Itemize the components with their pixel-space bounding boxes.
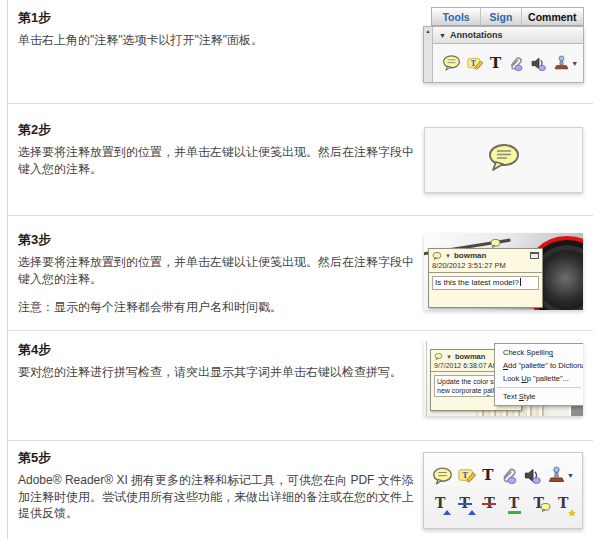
annotations-panel: ▲ ▼ Annotations xyxy=(423,26,584,83)
menu-item-look-up[interactable]: Look Up "pallette"... xyxy=(495,372,583,385)
step-2-title: 第2步 xyxy=(18,121,414,139)
add-text-icon[interactable]: T xyxy=(482,468,493,483)
acrobat-tab-bar: Tools Sign Comment xyxy=(431,7,584,26)
annotation-toolbar: T T xyxy=(432,466,574,485)
menu-item-add-to-dictionary[interactable]: Add "pallette" to Dictionary xyxy=(495,359,583,372)
step-3-section: 第3步 选择要将注释放置到的位置，并单击左键以让便笺出现。然后在注释字段中键入您… xyxy=(18,231,414,316)
note-options-arrow[interactable]: ▼ xyxy=(445,253,451,259)
sticky-note-icon[interactable] xyxy=(442,55,461,71)
sticky-note-icon[interactable] xyxy=(432,467,453,485)
add-text-icon[interactable]: T xyxy=(490,56,501,71)
step-5-title: 第5步 xyxy=(18,449,414,467)
strikethrough-text-icon[interactable]: T xyxy=(481,496,500,515)
insert-text-icon[interactable]: T xyxy=(432,496,451,515)
stamp-dropdown-arrow: ▼ xyxy=(567,472,574,479)
tab-sign[interactable]: Sign xyxy=(481,8,521,25)
tab-tools[interactable]: Tools xyxy=(432,8,481,25)
chevron-down-icon: ▼ xyxy=(439,32,446,39)
sticky-note-screenshot xyxy=(424,127,583,193)
annotation-toolbar: T T xyxy=(433,44,583,82)
step-3-note: 注意：显示的每个注释都会带有用户名和时间戳。 xyxy=(18,299,414,316)
menu-item-check-spelling[interactable]: Check Spelling xyxy=(495,346,583,359)
section-divider xyxy=(8,103,593,104)
step-1-section: 第1步 单击右上角的"注释"选项卡以打开"注释"面板。 xyxy=(18,9,414,49)
step-5-section: 第5步 Adobe® Reader® XI 拥有更多的注释和标记工具，可供您在向… xyxy=(18,449,414,522)
text-markup-toolbar: T T T T T T★ xyxy=(432,496,574,515)
add-stamp-icon[interactable]: ▼ xyxy=(553,55,578,72)
step-5-body: Adobe® Reader® XI 拥有更多的注释和标记工具，可供您在向 PDF… xyxy=(18,472,414,522)
add-stamp-icon[interactable]: ▼ xyxy=(547,466,574,485)
note-text-input[interactable]: Is this the latest model? xyxy=(432,276,539,290)
sticky-note-icon[interactable] xyxy=(486,143,522,177)
step-4-title: 第4步 xyxy=(18,341,414,359)
minimize-icon[interactable] xyxy=(530,252,539,259)
section-divider xyxy=(8,440,593,441)
record-audio-icon[interactable] xyxy=(530,55,547,72)
tab-comment[interactable]: Comment xyxy=(522,8,583,25)
comment-panel-screenshot: Tools Sign Comment ▲ ▼ Annotations xyxy=(423,7,584,83)
step-1-body: 单击右上角的"注释"选项卡以打开"注释"面板。 xyxy=(18,32,414,49)
section-divider xyxy=(8,215,593,216)
stamp-dropdown-arrow: ▼ xyxy=(571,60,578,67)
note-popup-screenshot: ▼ bowman 8/20/2012 3:51:27 PM Is this th… xyxy=(424,233,583,310)
replace-text-icon[interactable]: T xyxy=(457,496,476,515)
step-4-section: 第4步 要对您的注释进行拼写检查，请突出显示其字词并单击右键以检查拼写。 xyxy=(18,341,414,381)
sticky-note-icon xyxy=(432,252,442,260)
add-note-to-text-icon[interactable]: T xyxy=(530,496,549,515)
highlight-text-icon[interactable]: T xyxy=(467,55,484,72)
record-audio-icon[interactable] xyxy=(523,466,542,485)
highlight-text-icon[interactable]: T xyxy=(458,466,477,485)
step-3-body: 选择要将注释放置到的位置，并单击左键以让便笺出现。然后在注释字段中键入您的注释。 xyxy=(18,254,414,287)
markup-tools-screenshot: T T xyxy=(423,452,583,529)
attach-file-icon[interactable] xyxy=(499,466,518,485)
section-divider xyxy=(8,330,593,331)
menu-separator xyxy=(497,387,581,388)
step-4-body: 要对您的注释进行拼写检查，请突出显示其字词并单击右键以检查拼写。 xyxy=(18,364,414,381)
panel-edge xyxy=(426,341,427,416)
note-timestamp: 8/20/2012 3:51:27 PM xyxy=(429,260,542,273)
annotations-header[interactable]: ▼ Annotations xyxy=(433,27,583,44)
step-2-body: 选择要将注释放置到的位置，并单击左键以让便笺出现。然后在注释字段中键入您的注释。 xyxy=(18,144,414,177)
step-1-title: 第1步 xyxy=(18,9,414,27)
text-correction-markup-icon[interactable]: T★ xyxy=(555,496,574,515)
spellcheck-screenshot: ▼ bowman 9/7/2012 6:38:07 AM Update the … xyxy=(424,341,583,416)
step-3-title: 第3步 xyxy=(18,231,414,249)
left-rule xyxy=(7,0,8,539)
panel-scrollbar[interactable]: ▲ xyxy=(424,27,433,82)
note-text: Is this the latest model? xyxy=(435,278,519,287)
attach-file-icon[interactable] xyxy=(507,55,524,72)
tutorial-page: 第1步 单击右上角的"注释"选项卡以打开"注释"面板。 Tools Sign C… xyxy=(0,0,600,539)
note-options-arrow[interactable]: ▼ xyxy=(446,354,452,360)
underline-text-icon[interactable]: T xyxy=(506,496,525,515)
text-cursor xyxy=(520,278,521,286)
note-popup: ▼ bowman 8/20/2012 3:51:27 PM Is this th… xyxy=(428,248,543,308)
sticky-note-icon xyxy=(434,353,443,360)
context-menu: Check Spelling Add "pallette" to Diction… xyxy=(494,343,583,406)
note-author: bowman xyxy=(454,251,527,260)
menu-item-text-style[interactable]: Text Style xyxy=(495,390,583,403)
step-2-section: 第2步 选择要将注释放置到的位置，并单击左键以让便笺出现。然后在注释字段中键入您… xyxy=(18,121,414,177)
annotations-label: Annotations xyxy=(450,30,503,40)
